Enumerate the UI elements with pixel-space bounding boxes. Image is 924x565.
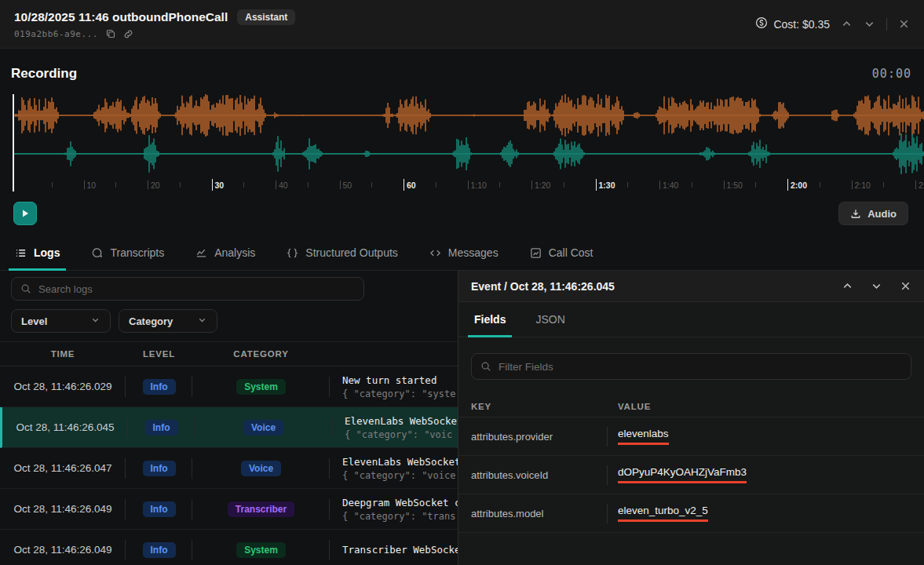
call-detail-window: 10/28/2025 11:46 outboundPhoneCall Assis… — [0, 0, 924, 565]
event-tab-json[interactable]: JSON — [532, 302, 568, 337]
log-time: Oct 28, 11:46:26.049 — [13, 544, 111, 556]
timeline-tick — [468, 180, 469, 189]
log-time: Oct 28, 11:46:26.045 — [16, 421, 114, 433]
level-filter-dropdown[interactable]: Level — [11, 309, 111, 333]
fields-filter[interactable] — [471, 353, 911, 380]
timeline-tick — [915, 180, 916, 189]
log-time: Oct 28, 11:46:26.029 — [13, 381, 111, 392]
filter-fields-input[interactable] — [499, 361, 902, 373]
tab-label: Analysis — [214, 246, 255, 259]
waveform-timeline[interactable]: 1020304050601:101:201:301:401:502:002:10… — [0, 177, 924, 195]
timeline-label: 50 — [343, 180, 352, 190]
event-close-icon[interactable] — [900, 280, 911, 292]
timeline-tick — [852, 180, 853, 189]
event-panel-header: Event / Oct 28, 11:46:26.045 — [458, 271, 924, 302]
header-actions: Cost: $0.35 — [755, 16, 910, 31]
list-icon — [15, 247, 27, 259]
category-badge: System — [236, 542, 286, 558]
category-filter-label: Category — [129, 315, 173, 327]
event-next-icon[interactable] — [871, 280, 882, 292]
tab-structured-outputs[interactable]: Structured Outputs — [285, 235, 400, 270]
chart-line-icon — [195, 247, 207, 259]
chevron-up-icon[interactable] — [841, 18, 853, 30]
logs-search[interactable] — [11, 277, 364, 301]
search-logs-input[interactable] — [38, 283, 355, 295]
playhead-cursor[interactable] — [13, 94, 14, 191]
level-badge: Info — [143, 461, 176, 476]
chart-box-icon — [530, 247, 542, 259]
divider — [886, 18, 887, 31]
tab-transcripts[interactable]: Transcripts — [89, 235, 166, 270]
column-key: KEY — [471, 402, 607, 411]
page-title: 10/28/2025 11:46 outboundPhoneCall — [14, 10, 228, 24]
audio-waveform[interactable] — [0, 93, 924, 177]
event-prev-icon[interactable] — [842, 280, 853, 292]
category-badge: Transcriber — [228, 501, 294, 517]
level-badge: Info — [143, 501, 176, 517]
timeline-tick — [659, 180, 660, 189]
timeline-tick — [499, 182, 500, 188]
chevron-down-icon — [90, 315, 100, 327]
timeline-tick — [340, 180, 341, 189]
timeline-label: 1:40 — [663, 180, 678, 190]
log-message: Deepgram WebSocket c — [342, 497, 461, 508]
category-badge: System — [236, 379, 286, 395]
timeline-tick — [212, 179, 213, 191]
tab-analysis[interactable]: Analysis — [194, 235, 257, 270]
chevron-down-icon[interactable] — [864, 18, 875, 30]
category-badge: Voice — [243, 420, 283, 436]
column-time: TIME — [0, 349, 126, 359]
close-icon[interactable] — [898, 18, 910, 30]
field-value: eleven_turbo_v2_5 — [618, 505, 708, 522]
link-icon[interactable] — [123, 29, 133, 39]
category-filter-dropdown[interactable]: Category — [119, 309, 217, 333]
timeline-tick — [308, 182, 309, 188]
log-time: Oct 28, 11:46:26.047 — [13, 462, 111, 474]
log-message: ElevenLabs WebSocket — [342, 456, 461, 468]
timeline-label: 30 — [215, 180, 225, 190]
copy-icon[interactable] — [106, 29, 115, 38]
header-left: 10/28/2025 11:46 outboundPhoneCall Assis… — [14, 9, 295, 39]
timeline-label: 2:20 — [919, 180, 924, 190]
timeline-tick — [115, 182, 116, 188]
tab-messages[interactable]: Messages — [428, 235, 500, 270]
tab-call-cost[interactable]: Call Cost — [528, 235, 595, 270]
timeline-tick — [787, 179, 788, 191]
timeline-tick — [371, 182, 372, 188]
tab-label: Call Cost — [549, 246, 593, 259]
timeline-label: 1:30 — [599, 180, 615, 190]
level-badge: Info — [145, 420, 178, 436]
level-badge: Info — [143, 379, 176, 395]
field-key: attributes.model — [471, 508, 607, 519]
play-button[interactable] — [13, 202, 37, 225]
log-message: ElevenLabs WebSocket — [345, 415, 463, 427]
timeline-tick — [404, 179, 404, 191]
category-badge: Voice — [241, 461, 281, 476]
log-message: Transcriber WebSocke — [342, 544, 461, 556]
timeline-tick — [820, 182, 820, 188]
download-icon — [850, 208, 861, 219]
log-detail: { "category": "trans — [342, 511, 456, 522]
timeline-label: 20 — [151, 180, 160, 190]
log-time: Oct 28, 11:46:26.049 — [13, 503, 111, 515]
main-tabs: LogsTranscriptsAnalysisStructured Output… — [0, 235, 924, 271]
event-tab-fields[interactable]: Fields — [471, 302, 509, 337]
braces-icon — [287, 247, 298, 259]
timeline-tick — [84, 180, 85, 189]
timeline-label: 1:10 — [471, 180, 487, 190]
tab-label: Logs — [34, 246, 60, 259]
timeline-tick — [531, 180, 532, 189]
column-level: LEVEL — [126, 349, 192, 359]
log-detail: { "category": "voic — [345, 429, 452, 440]
timeline-tick — [436, 182, 436, 188]
timeline-tick — [692, 182, 692, 188]
fields-table-body: attributes.providerelevenlabsattributes.… — [458, 417, 924, 533]
search-icon — [20, 283, 31, 294]
timeline-label: 2:00 — [791, 180, 807, 190]
timeline-tick — [627, 182, 628, 188]
tab-logs[interactable]: Logs — [13, 235, 61, 270]
audio-download-button[interactable]: Audio — [838, 202, 908, 225]
timeline-tick — [883, 182, 884, 188]
header: 10/28/2025 11:46 outboundPhoneCall Assis… — [0, 0, 924, 49]
timeline-tick — [564, 182, 564, 188]
